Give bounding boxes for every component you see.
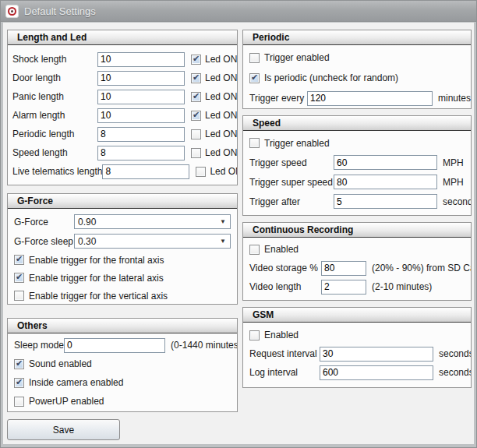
video-length-label: Video length bbox=[249, 281, 321, 292]
led-on-label: Led ON bbox=[205, 147, 237, 158]
client-area: Length and Led Shock length Led ON Door … bbox=[3, 23, 474, 444]
group-length-and-led: Length and Led Shock length Led ON Door … bbox=[7, 30, 238, 185]
log-interval-label: Log interval bbox=[249, 367, 320, 378]
video-length-input[interactable] bbox=[321, 280, 366, 295]
video-length-row: Video length (2-10 minutes) bbox=[249, 277, 465, 296]
gforce-sleep-select-value: 0.30 bbox=[78, 236, 96, 247]
video-storage-input[interactable] bbox=[321, 261, 366, 276]
log-interval-row: Log interval seconds bbox=[249, 363, 465, 382]
log-interval-input[interactable] bbox=[320, 365, 433, 380]
chevron-down-icon: ▼ bbox=[220, 219, 226, 225]
powerup-enabled-checkbox[interactable] bbox=[14, 397, 24, 407]
alarm-length-label: Alarm length bbox=[12, 110, 97, 121]
group-speed: Speed Trigger enabled Trigger speed MPH … bbox=[242, 115, 472, 216]
group-length-and-led-title: Length and Led bbox=[7, 30, 238, 45]
powerup-enabled-row: PowerUP enabled bbox=[14, 392, 231, 411]
trigger-super-speed-input[interactable] bbox=[334, 175, 437, 189]
trigger-after-row: Trigger after seconds bbox=[249, 192, 465, 211]
door-length-label: Door length bbox=[12, 72, 97, 83]
alarm-length-row: Alarm length Led ON bbox=[12, 106, 231, 125]
app-icon bbox=[5, 5, 19, 18]
sound-enabled-checkbox[interactable] bbox=[14, 359, 24, 369]
inside-camera-checkbox[interactable] bbox=[14, 378, 24, 388]
title-bar[interactable]: Default Settings bbox=[1, 1, 476, 22]
speed-length-row: Speed length Led ON bbox=[12, 143, 231, 162]
led-on-label: Led ON bbox=[205, 110, 237, 121]
right-column: Periodic Trigger enabled Is periodic (un… bbox=[242, 30, 472, 388]
panic-length-input[interactable] bbox=[97, 90, 185, 104]
lateral-axis-checkbox[interactable] bbox=[14, 273, 24, 283]
door-length-input[interactable] bbox=[97, 71, 185, 86]
frontal-axis-checkbox[interactable] bbox=[14, 255, 24, 265]
gforce-label: G-Force bbox=[14, 217, 74, 228]
request-interval-unit: seconds bbox=[439, 348, 472, 359]
periodic-length-label: Periodic length bbox=[12, 129, 97, 139]
periodic-trigger-enabled-row: Trigger enabled bbox=[249, 48, 465, 68]
log-interval-unit: seconds bbox=[439, 367, 472, 378]
periodic-length-input[interactable] bbox=[97, 127, 185, 142]
group-gsm-title: GSM bbox=[242, 307, 472, 323]
save-button[interactable]: Save bbox=[7, 419, 120, 440]
group-continuous-recording-title: Continuous Recording bbox=[242, 222, 472, 238]
lateral-axis-row: Enable trigger for the lateral axis bbox=[14, 269, 231, 287]
group-others: Others Sleep mode (0-1440 minutes) Sound… bbox=[7, 318, 238, 412]
request-interval-input[interactable] bbox=[320, 347, 433, 362]
inside-camera-row: Inside camera enabled bbox=[14, 373, 231, 392]
gforce-sleep-row: G-Force sleep 0.30 ▼ bbox=[14, 231, 231, 251]
live-telematics-length-input[interactable] bbox=[102, 164, 189, 179]
periodic-led-on-checkbox[interactable] bbox=[191, 129, 201, 139]
powerup-enabled-label: PowerUP enabled bbox=[29, 396, 104, 407]
shock-length-input[interactable] bbox=[97, 52, 185, 67]
gforce-select[interactable]: 0.90 ▼ bbox=[74, 214, 231, 229]
sleep-mode-input[interactable] bbox=[64, 338, 165, 353]
recording-enabled-label: Enabled bbox=[264, 244, 299, 255]
alarm-length-input[interactable] bbox=[97, 108, 185, 123]
speed-length-input[interactable] bbox=[97, 146, 185, 161]
trigger-super-speed-label: Trigger super speed bbox=[249, 177, 334, 188]
vertical-axis-label: Enable trigger for the vertical axis bbox=[29, 291, 168, 302]
trigger-every-row: Trigger every minutes bbox=[249, 88, 465, 108]
gforce-sleep-select[interactable]: 0.30 ▼ bbox=[74, 234, 231, 249]
gforce-sleep-label: G-Force sleep bbox=[14, 236, 74, 247]
speed-trigger-enabled-label: Trigger enabled bbox=[264, 138, 330, 149]
panic-length-row: Panic length Led ON bbox=[12, 87, 231, 106]
panic-led-on-checkbox[interactable] bbox=[191, 92, 201, 102]
trigger-every-input[interactable] bbox=[307, 91, 433, 106]
frontal-axis-row: Enable trigger for the frontal axis bbox=[14, 251, 231, 269]
live-telematics-length-row: Live telematics length Led ON bbox=[12, 162, 231, 181]
window-title: Default Settings bbox=[24, 5, 96, 17]
alarm-led-on-checkbox[interactable] bbox=[191, 111, 201, 121]
trigger-speed-row: Trigger speed MPH bbox=[249, 153, 465, 172]
speed-trigger-enabled-checkbox[interactable] bbox=[249, 138, 260, 148]
gsm-enabled-row: Enabled bbox=[249, 326, 465, 344]
frontal-axis-label: Enable trigger for the frontal axis bbox=[29, 255, 164, 266]
chevron-down-icon: ▼ bbox=[220, 238, 226, 245]
vertical-axis-checkbox[interactable] bbox=[14, 291, 24, 301]
gsm-enabled-checkbox[interactable] bbox=[249, 330, 260, 340]
live-telematics-led-on-checkbox[interactable] bbox=[196, 167, 206, 177]
group-periodic-title: Periodic bbox=[242, 30, 472, 45]
trigger-after-label: Trigger after bbox=[249, 196, 334, 207]
sleep-mode-label: Sleep mode bbox=[14, 340, 64, 351]
recording-enabled-checkbox[interactable] bbox=[249, 245, 260, 255]
speed-led-on-checkbox[interactable] bbox=[191, 148, 201, 158]
recording-enabled-row: Enabled bbox=[249, 240, 465, 259]
shock-led-on-checkbox[interactable] bbox=[191, 55, 201, 65]
sound-enabled-label: Sound enabled bbox=[29, 358, 92, 369]
trigger-after-unit: seconds bbox=[443, 196, 472, 207]
group-gsm: GSM Enabled Request interval seconds Log… bbox=[242, 307, 472, 388]
trigger-speed-label: Trigger speed bbox=[249, 157, 334, 168]
periodic-trigger-enabled-checkbox[interactable] bbox=[249, 53, 260, 63]
door-led-on-checkbox[interactable] bbox=[191, 73, 201, 83]
is-periodic-checkbox[interactable] bbox=[249, 73, 260, 83]
led-on-label: Led ON bbox=[205, 54, 237, 65]
group-gforce-title: G-Force bbox=[7, 193, 238, 209]
shock-length-label: Shock length bbox=[12, 54, 97, 65]
led-on-label: Led ON bbox=[210, 166, 238, 177]
periodic-trigger-enabled-label: Trigger enabled bbox=[264, 52, 330, 63]
trigger-speed-input[interactable] bbox=[334, 155, 437, 170]
periodic-length-row: Periodic length Led ON bbox=[12, 125, 231, 143]
sleep-mode-row: Sleep mode (0-1440 minutes) bbox=[14, 336, 231, 355]
trigger-after-input[interactable] bbox=[334, 194, 437, 209]
trigger-speed-unit: MPH bbox=[443, 157, 464, 168]
